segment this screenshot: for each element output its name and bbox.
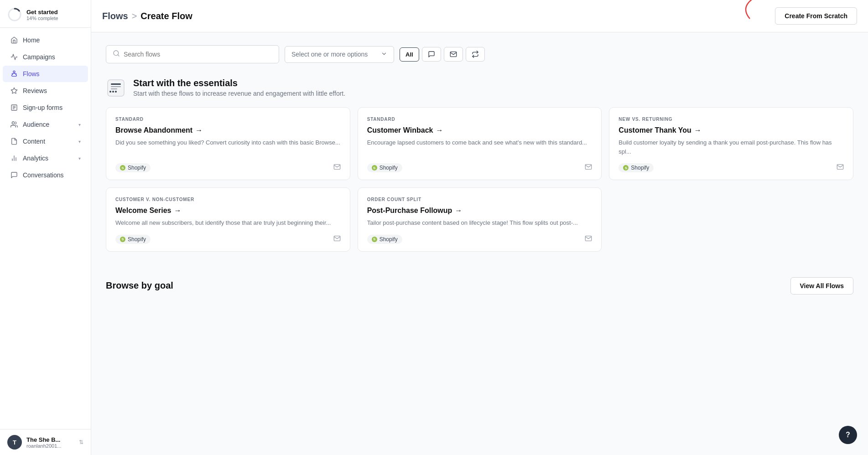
sidebar-item-label: Conversations — [23, 171, 64, 179]
card-tag: CUSTOMER V. NON-CUSTOMER — [115, 197, 341, 202]
sidebar-user[interactable]: T The She B... roanlanh2001... ⇅ — [0, 429, 91, 455]
sidebar-item-label: Home — [23, 36, 40, 44]
top-bar: Flows > Create Flow Create From Scratch — [91, 0, 868, 32]
flows-icon — [10, 70, 18, 78]
sidebar-item-campaigns[interactable]: Campaigns — [3, 49, 88, 65]
create-from-scratch-button[interactable]: Create From Scratch — [775, 7, 857, 25]
get-started-text: Get started 14% complete — [26, 9, 58, 21]
sidebar-item-audience[interactable]: Audience ▾ — [3, 116, 88, 133]
progress-circle-icon — [7, 7, 22, 22]
card-desc: Did you see something you liked? Convert… — [115, 138, 341, 156]
shopify-badge: S Shopify — [367, 163, 402, 172]
user-email: roanlanh2001... — [26, 443, 61, 449]
shopify-icon: S — [372, 237, 377, 242]
card-tag: NEW VS. RETURNING — [619, 117, 844, 122]
shopify-icon: S — [120, 165, 125, 171]
flow-card-customer-thank-you[interactable]: NEW VS. RETURNING Customer Thank You → B… — [609, 107, 853, 180]
email-icon — [333, 235, 341, 244]
home-icon — [10, 36, 18, 44]
arrow-right-icon: → — [455, 207, 462, 215]
sidebar-item-analytics[interactable]: Analytics ▾ — [3, 150, 88, 166]
sidebar-nav: Home Campaigns Flows Reviews — [0, 28, 91, 429]
breadcrumb-parent[interactable]: Flows — [102, 11, 128, 21]
card-tag: STANDARD — [115, 117, 341, 122]
shopify-badge: S Shopify — [115, 235, 151, 244]
svg-rect-15 — [111, 83, 121, 85]
user-name: The She B... — [26, 436, 61, 443]
svg-point-20 — [115, 91, 117, 93]
card-footer: S Shopify — [619, 163, 844, 172]
card-footer: S Shopify — [115, 163, 341, 172]
help-button[interactable]: ? — [839, 426, 857, 444]
flow-card-customer-winback[interactable]: STANDARD Customer Winback → Encourage la… — [358, 107, 602, 180]
sidebar-top: Get started 14% complete — [0, 0, 91, 28]
email-icon — [837, 163, 844, 172]
breadcrumb: Flows > Create Flow — [102, 11, 192, 21]
browse-goal-section: Browse by goal View All Flows — [106, 266, 853, 298]
view-all-flows-button[interactable]: View All Flows — [790, 277, 853, 295]
dropdown-label: Select one or more options — [291, 51, 368, 58]
filter-row: Select one or more options All — [106, 45, 853, 63]
flow-cards-grid: STANDARD Browse Abandonment → Did you se… — [106, 107, 853, 252]
search-box[interactable] — [106, 45, 279, 63]
filter-sms-button[interactable] — [422, 47, 441, 62]
svg-rect-17 — [111, 88, 117, 89]
shopify-label: Shopify — [379, 165, 398, 171]
search-input[interactable] — [124, 51, 272, 58]
shopify-label: Shopify — [631, 165, 649, 171]
card-footer: S Shopify — [115, 235, 341, 244]
email-icon — [333, 163, 341, 172]
flow-card-welcome-series[interactable]: CUSTOMER V. NON-CUSTOMER Welcome Series … — [106, 187, 350, 252]
shopify-badge: S Shopify — [367, 235, 402, 244]
sidebar-item-label: Reviews — [23, 87, 47, 94]
content-area: Select one or more options All — [91, 32, 868, 455]
reviews-icon — [10, 87, 18, 95]
get-started-row[interactable]: Get started 14% complete — [7, 7, 83, 22]
breadcrumb-separator: > — [132, 11, 137, 21]
sidebar-item-reviews[interactable]: Reviews — [3, 83, 88, 99]
content-icon — [10, 137, 18, 145]
card-footer: S Shopify — [367, 163, 593, 172]
sidebar-item-label: Sign-up forms — [23, 104, 62, 111]
sidebar-item-label: Flows — [23, 70, 40, 78]
shopify-badge: S Shopify — [619, 163, 654, 172]
card-footer: S Shopify — [367, 235, 593, 244]
essentials-subtitle: Start with these flows to increase reven… — [133, 90, 345, 97]
arrow-right-icon: → — [436, 126, 443, 134]
sidebar-item-label: Analytics — [23, 155, 48, 162]
sidebar-item-content[interactable]: Content ▾ — [3, 133, 88, 150]
essentials-icon — [106, 78, 126, 98]
sidebar-item-flows[interactable]: Flows — [3, 66, 88, 82]
svg-rect-14 — [108, 80, 124, 96]
filter-email-button[interactable] — [444, 47, 463, 62]
options-dropdown[interactable]: Select one or more options — [285, 46, 394, 63]
audience-icon — [10, 120, 18, 129]
svg-point-19 — [112, 91, 114, 93]
essentials-section-header: Start with the essentials Start with the… — [106, 78, 853, 98]
svg-marker-3 — [11, 88, 17, 93]
campaigns-icon — [10, 53, 18, 61]
sidebar-item-conversations[interactable]: Conversations — [3, 167, 88, 183]
analytics-icon — [10, 154, 18, 162]
sidebar-item-label: Audience — [23, 121, 49, 128]
get-started-title: Get started — [26, 9, 58, 16]
sidebar-item-home[interactable]: Home — [3, 32, 88, 48]
card-title: Customer Winback → — [367, 126, 593, 134]
breadcrumb-current: Create Flow — [140, 11, 192, 21]
flow-card-browse-abandonment[interactable]: STANDARD Browse Abandonment → Did you se… — [106, 107, 350, 180]
help-label: ? — [846, 431, 850, 439]
shopify-icon: S — [623, 165, 629, 171]
chevron-down-icon — [381, 51, 387, 58]
card-desc: Tailor post-purchase content based on li… — [367, 218, 593, 228]
arrow-right-icon: → — [195, 126, 203, 134]
sidebar-item-signup-forms[interactable]: Sign-up forms — [3, 99, 88, 116]
svg-line-13 — [118, 55, 119, 56]
card-title: Browse Abandonment → — [115, 126, 341, 134]
shopify-badge: S Shopify — [115, 163, 151, 172]
expand-icon: ⇅ — [79, 439, 83, 445]
flow-card-post-purchase[interactable]: ORDER COUNT SPLIT Post-Purchase Followup… — [358, 187, 602, 252]
filter-multi-button[interactable] — [466, 47, 485, 62]
browse-goal-title: Browse by goal — [106, 280, 173, 291]
shopify-icon: S — [372, 165, 377, 171]
filter-all-button[interactable]: All — [400, 47, 419, 62]
